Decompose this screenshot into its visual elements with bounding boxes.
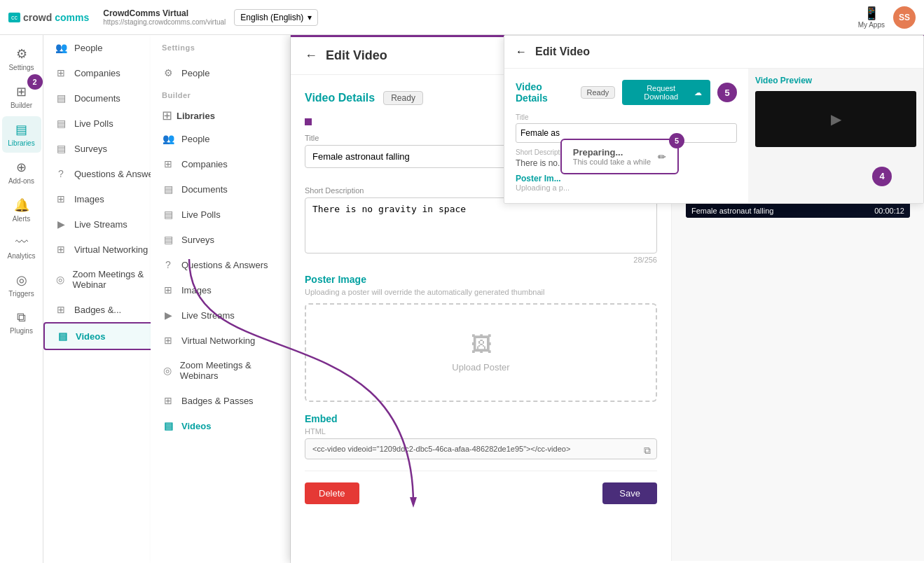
sidebar-item-triggers[interactable]: ◎ Triggers — [2, 267, 41, 303]
request-download-button[interactable]: Request Download ☁ — [622, 80, 710, 105]
sidebar-third-people[interactable]: 👥 People — [151, 126, 290, 151]
documents-icon: ▤ — [55, 92, 67, 104]
sidebar-third-videos[interactable]: ▤ Videos — [151, 413, 290, 438]
sidebar-item-addons[interactable]: ⊕ Add-ons — [2, 154, 41, 190]
topbar: cc crowdcomms CrowdComms Virtual https:/… — [0, 0, 924, 35]
t3-videos-icon: ▤ — [162, 420, 174, 431]
images-icon: ⊞ — [55, 193, 67, 204]
sidebar-third-zoom[interactable]: ◎ Zoom Meetings & Webinars — [151, 353, 290, 388]
section-title: Video Details — [305, 92, 375, 104]
t3-people-icon: 👥 — [162, 133, 174, 144]
logo[interactable]: cc crowdcomms — [8, 12, 89, 23]
preparing-main-text: Preparing... — [573, 147, 651, 158]
delete-button[interactable]: Delete — [305, 482, 359, 504]
step-5-mid-bubble: 5 — [669, 133, 684, 148]
step-2-bubble-builder: 2 — [27, 74, 43, 90]
logo-comms: comms — [55, 12, 89, 23]
user-avatar[interactable]: SS — [893, 6, 916, 29]
cloud-icon: ☁ — [694, 88, 702, 97]
questions-icon: ? — [55, 168, 67, 179]
sidebar-item-builder[interactable]: ⊞ Builder 2 — [2, 78, 41, 115]
sidebar-item-settings[interactable]: ⚙ Settings — [2, 41, 41, 77]
sidebar-third-virtual-networking[interactable]: ⊞ Virtual Networking — [151, 328, 290, 353]
video-caption-bar: Female astronaut falling 00:00:12 — [686, 204, 910, 218]
sidebar-third-images[interactable]: ⊞ Images — [151, 277, 290, 303]
alerts-icon: 🔔 — [14, 197, 29, 213]
zoom-icon: ◎ — [55, 274, 65, 285]
embed-title: Embed — [305, 413, 657, 424]
t3-surveys-icon: ▤ — [162, 234, 174, 245]
poster-subtitle: Uploading a poster will override the aut… — [305, 288, 657, 296]
html-label: HTML — [305, 427, 657, 436]
videos-icon: ▤ — [56, 331, 69, 342]
sidebar-third-badges[interactable]: ⊞ Badges & Passes — [151, 388, 290, 413]
libraries-icon: ▤ — [15, 122, 27, 137]
poster-upload-box[interactable]: 🖼 Upload Poster — [305, 303, 657, 402]
overlay1-section-title: Video Details — [516, 81, 574, 104]
footer-actions: Delete Save — [305, 471, 657, 515]
t3-zoom-icon: ◎ — [162, 365, 173, 376]
plugins-icon: ⧉ — [17, 310, 26, 325]
sidebar-third-companies[interactable]: ⊞ Companies — [151, 151, 290, 176]
ready-badge: Ready — [383, 91, 423, 105]
settings-icon: ⚙ — [16, 46, 27, 62]
save-button[interactable]: Save — [602, 482, 657, 504]
logo-crowd: crowd — [23, 12, 52, 23]
preparing-edit-button[interactable]: ✏ — [658, 151, 666, 162]
t3-live-polls-icon: ▤ — [162, 209, 174, 220]
mobile-icon: 📱 — [864, 6, 879, 21]
sidebar-item-libraries[interactable]: ▤ Libraries — [2, 116, 41, 153]
logo-box: cc — [8, 13, 20, 22]
step-5-top-bubble: 5 — [717, 83, 737, 102]
preparing-box: Preparing... This could take a while ✏ 5 — [560, 139, 679, 174]
sidebar-item-plugins[interactable]: ⧉ Plugins — [2, 305, 41, 340]
poster-section: Poster Image Uploading a poster will ove… — [305, 274, 657, 402]
overlay-panel-1: ← Edit Video Video Details Ready Request… — [504, 35, 924, 204]
poster-title: Poster Image — [305, 274, 657, 285]
embed-section: Embed HTML <cc-video videoid="1209ddc2-d… — [305, 413, 657, 459]
overlay1-back-button[interactable]: ← — [516, 46, 527, 58]
upload-image-icon: 🖼 — [471, 333, 492, 356]
t3-vn-icon: ⊞ — [162, 335, 174, 346]
overlay1-preview-black: ▶ — [755, 91, 916, 147]
sidebar-third-live-streams[interactable]: ▶ Live Streams — [151, 303, 290, 328]
sidebar-item-alerts[interactable]: 🔔 Alerts — [2, 192, 41, 228]
badges-icon: ⊞ — [55, 304, 67, 315]
t3-questions-icon: ? — [162, 259, 174, 270]
topbar-site-info: CrowdComms Virtual https://staging.crowd… — [103, 8, 226, 26]
sidebar-item-analytics[interactable]: 〰 Analytics — [2, 230, 41, 265]
surveys-icon: ▤ — [55, 143, 67, 154]
sidebar-narrow: ⚙ Settings ⊞ Builder 2 ▤ Libraries ⊕ Add… — [0, 35, 43, 563]
t3-images-icon: ⊞ — [162, 284, 174, 296]
analytics-icon: 〰 — [15, 235, 28, 250]
edit-video-main-title: Edit Video — [326, 48, 387, 63]
sidebar-third-surveys[interactable]: ▤ Surveys — [151, 227, 290, 252]
preparing-sub-text: This could take a while — [573, 158, 651, 166]
language-selector[interactable]: English (English) ▾ — [234, 9, 318, 26]
t3-badges-icon: ⊞ — [162, 395, 174, 406]
step-4-bubble: 4 — [872, 167, 892, 186]
sidebar-third-live-polls[interactable]: ▤ Live Polls — [151, 202, 290, 227]
settings-gear-icon: ⚙ — [162, 67, 174, 78]
short-desc-char-count: 28/256 — [305, 256, 657, 264]
overlay1-ready-badge: Ready — [581, 86, 616, 99]
companies-icon: ⊞ — [55, 67, 67, 78]
addons-icon: ⊕ — [16, 160, 27, 175]
t3-live-streams-icon: ▶ — [162, 310, 174, 321]
sidebar-third: Settings ⚙ People Builder ⊞ Libraries 👥 … — [151, 35, 291, 563]
back-button[interactable]: ← — [305, 48, 317, 63]
t3-documents-icon: ▤ — [162, 183, 174, 195]
triggers-icon: ◎ — [16, 272, 27, 288]
sidebar-third-questions[interactable]: ? Questions & Answers — [151, 252, 290, 277]
copy-icon[interactable]: ⧉ — [644, 445, 651, 457]
t3-companies-icon: ⊞ — [162, 158, 174, 169]
short-desc-input[interactable]: There is no gravity in space — [305, 197, 657, 253]
sidebar-third-documents[interactable]: ▤ Documents — [151, 176, 290, 202]
site-name: CrowdComms Virtual — [103, 8, 226, 18]
site-url: https://staging.crowdcomms.com/virtual — [103, 18, 226, 26]
overlay1-poster-group: Poster Im... Uploading a p... — [516, 174, 737, 192]
sidebar-third-settings: ⚙ People — [151, 60, 290, 85]
builder-icon: ⊞ — [16, 84, 27, 99]
embed-code-box: <cc-video videoid="1209ddc2-dbc5-46ca-af… — [305, 438, 657, 459]
my-apps-button[interactable]: 📱 My Apps — [858, 6, 885, 29]
